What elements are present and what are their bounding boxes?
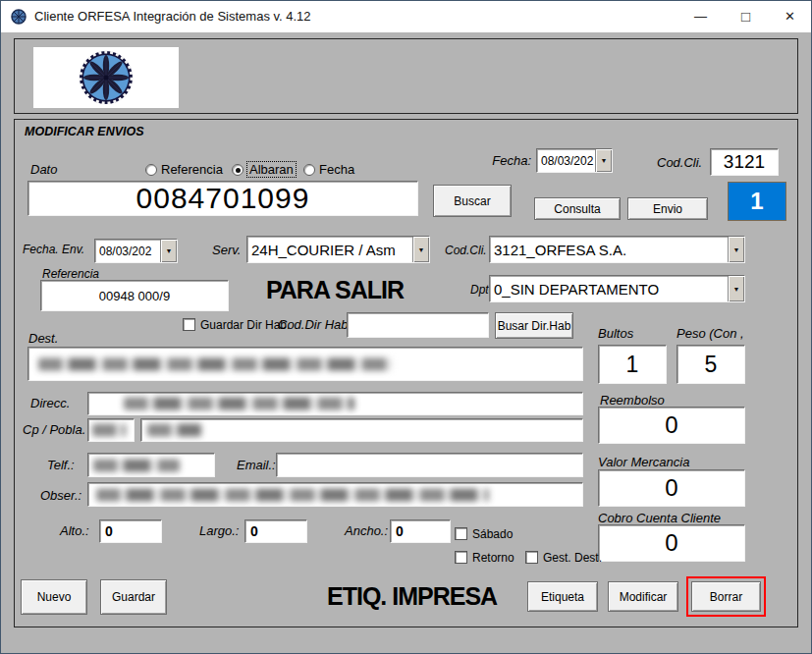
- envio-button[interactable]: Envio: [627, 197, 708, 220]
- gest-dest-checkbox[interactable]: [525, 551, 538, 564]
- etiq-impresa-text: ETIQ. IMPRESA: [327, 582, 497, 611]
- redacted-text: [124, 398, 354, 410]
- retorno-checkbox[interactable]: [455, 551, 467, 564]
- gest-dest-label: Gest. Dest.: [543, 551, 602, 565]
- valor-mercancia-input[interactable]: 0: [598, 469, 745, 507]
- fecha-env-dropdown[interactable]: 08/03/202 ▼: [94, 239, 178, 263]
- alto-input[interactable]: 0: [99, 519, 162, 543]
- guardar-dir-hab-label: Guardar Dir Hab.: [200, 318, 290, 332]
- largo-label: Largo.:: [199, 523, 239, 538]
- minimize-icon[interactable]: —: [678, 1, 723, 31]
- ancho-label: Ancho.:: [345, 523, 388, 538]
- pobla-input[interactable]: [140, 418, 583, 442]
- maximize-icon[interactable]: □: [724, 1, 768, 31]
- dato-label: Dato: [30, 162, 57, 177]
- peso-label: Peso (Con ,: [677, 326, 744, 341]
- referencia-input[interactable]: 00948 000/9: [40, 280, 229, 311]
- retorno-label: Retorno: [472, 551, 514, 565]
- borrar-highlight-rectangle: [686, 576, 766, 617]
- email-label: Email.:: [237, 458, 276, 472]
- direcc-input[interactable]: [87, 392, 583, 415]
- sabado-checkbox[interactable]: [455, 527, 467, 540]
- chevron-down-icon[interactable]: ▼: [412, 237, 429, 262]
- bultos-input[interactable]: 1: [598, 345, 667, 384]
- cp-pobla-label: Cp / Pobla.: [23, 422, 85, 437]
- radio-referencia-label[interactable]: Referencia: [161, 162, 223, 177]
- cod-cli-dropdown[interactable]: 3121_ORFESA S.A. ▼: [489, 236, 745, 263]
- dpto-dropdown[interactable]: 0_SIN DEPARTAMENTO ▼: [489, 275, 745, 302]
- radio-albaran[interactable]: [232, 164, 244, 176]
- app-diamond-icon: [11, 9, 27, 25]
- email-input[interactable]: [276, 453, 583, 477]
- chevron-down-icon[interactable]: ▼: [160, 240, 177, 262]
- reembolso-label: Reembolso: [600, 393, 665, 408]
- etiqueta-button[interactable]: Etiqueta: [527, 581, 598, 612]
- modificar-button[interactable]: Modificar: [608, 581, 678, 612]
- sabado-label: Sábado: [472, 527, 513, 541]
- redacted-text: [147, 424, 201, 437]
- peso-input[interactable]: 5: [677, 345, 745, 384]
- nuevo-button[interactable]: Nuevo: [21, 579, 87, 615]
- cp-input[interactable]: [87, 418, 135, 442]
- largo-input[interactable]: 0: [244, 519, 307, 543]
- section-title: MODIFICAR ENVIOS: [25, 125, 144, 138]
- logo-diamond-image: [33, 47, 179, 108]
- telf-input[interactable]: [87, 453, 215, 477]
- radio-referencia[interactable]: [145, 164, 157, 176]
- redacted-text: [38, 357, 392, 370]
- cobro-cuenta-input[interactable]: 0: [598, 524, 745, 562]
- obser-input[interactable]: [87, 482, 583, 507]
- envio-count-indicator: 1: [728, 182, 786, 221]
- bultos-label: Bultos: [598, 326, 633, 341]
- radio-albaran-label[interactable]: Albaran: [247, 162, 296, 177]
- consulta-button[interactable]: Consulta: [534, 197, 621, 220]
- direcc-label: Direcc.: [30, 396, 70, 410]
- fecha-top-label: Fecha:: [464, 153, 531, 168]
- buscar-button[interactable]: Buscar: [433, 185, 512, 217]
- guardar-button[interactable]: Guardar: [100, 579, 167, 615]
- cobro-cuenta-label: Cobro Cuenta Cliente: [598, 511, 721, 525]
- cod-cli-top-label: Cod.Cli.: [657, 155, 702, 170]
- serv-label: Serv.: [212, 243, 241, 257]
- guardar-dir-hab-checkbox[interactable]: [183, 318, 195, 331]
- cod-dir-hab-label: Cod.Dir Hab.: [278, 317, 352, 332]
- dato-input[interactable]: 0084701099: [27, 181, 418, 216]
- close-icon[interactable]: ✕: [768, 1, 812, 31]
- chevron-down-icon[interactable]: ▼: [728, 237, 744, 262]
- alto-label: Alto.:: [60, 523, 89, 538]
- ancho-input[interactable]: 0: [390, 519, 451, 543]
- cod-dir-hab-input[interactable]: [347, 312, 489, 338]
- fecha-env-label: Fecha. Env.: [23, 243, 84, 256]
- cod-cli-top-input[interactable]: 3121: [710, 148, 779, 176]
- chevron-down-icon[interactable]: ▼: [595, 149, 612, 172]
- dest-label: Dest.: [28, 331, 58, 346]
- serv-dropdown[interactable]: 24H_COURIER / Asm ▼: [246, 236, 430, 263]
- redacted-text: [96, 488, 489, 501]
- radio-fecha[interactable]: [303, 164, 315, 176]
- telf-label: Telf.:: [47, 458, 75, 472]
- obser-label: Obser.:: [40, 488, 81, 503]
- redacted-text: [92, 424, 126, 437]
- window-title: Cliente ORFESA Integración de Sistemas v…: [34, 1, 311, 32]
- valor-mercancia-label: Valor Mercancia: [598, 455, 689, 469]
- fecha-top-dropdown[interactable]: 08/03/202 ▼: [536, 148, 613, 173]
- radio-fecha-label[interactable]: Fecha: [319, 162, 354, 177]
- chevron-down-icon[interactable]: ▼: [728, 276, 744, 301]
- redacted-text: [93, 459, 180, 471]
- cod-cli-label: Cod.Cli.: [445, 244, 487, 257]
- app-window: Cliente ORFESA Integración de Sistemas v…: [0, 0, 812, 654]
- para-salir-text: PARA SALIR: [266, 276, 404, 304]
- titlebar: Cliente ORFESA Integración de Sistemas v…: [1, 1, 811, 32]
- busar-dir-hab-button[interactable]: Busar Dir.Hab: [495, 312, 573, 339]
- header-panel: [14, 38, 798, 114]
- reembolso-input[interactable]: 0: [598, 407, 745, 444]
- dest-input[interactable]: [27, 347, 583, 381]
- referencia-label: Referencia: [42, 267, 99, 281]
